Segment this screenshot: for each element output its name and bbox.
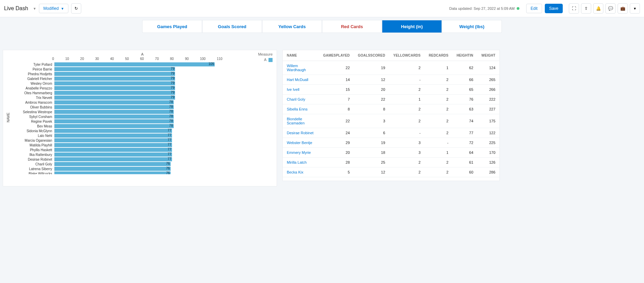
bar-row[interactable]: Sidonia McGlynn77 xyxy=(12,128,273,133)
table-row[interactable]: Blondelle Scamaden2232274175 xyxy=(283,114,499,128)
cell-value: 265 xyxy=(477,75,499,85)
bar-row[interactable]: Desirae Robinet77 xyxy=(12,157,273,162)
tab-goals-scored[interactable]: Goals Scored xyxy=(202,20,262,33)
bar-row[interactable]: Lalo Nehl77 xyxy=(12,133,273,138)
col-name[interactable]: NAME xyxy=(283,50,319,61)
save-button[interactable]: Save xyxy=(545,4,563,13)
bar-label: Wesley Orrom xyxy=(12,82,54,85)
bar-row[interactable]: Oliver Bubbins78 xyxy=(12,105,273,109)
cell-value: 175 xyxy=(477,114,499,128)
cell-value: 2 xyxy=(389,104,425,114)
briefcase-icon[interactable]: 💼 xyxy=(618,3,628,14)
bar-row[interactable]: Anabelle Perazzo79 xyxy=(12,86,273,90)
cell-name: Becka Kix xyxy=(283,167,319,177)
cell-value: 5 xyxy=(319,167,354,177)
bar-track: 78 xyxy=(54,110,222,114)
bar-row[interactable]: Charil Goly76 xyxy=(12,162,273,166)
toolbar-icons: ⛶ ⇪ 🔔 💬 💼 ▾ xyxy=(569,3,640,14)
cell-value: 24 xyxy=(354,177,389,181)
tab-yellow-cards[interactable]: Yellow Cards xyxy=(262,20,322,33)
bell-icon[interactable]: 🔔 xyxy=(593,3,603,14)
bar-row[interactable]: Latrena Siberry76 xyxy=(12,166,273,171)
table-row[interactable]: Charil Goly7221276222 xyxy=(283,95,499,104)
col-goalsscored[interactable]: GOALSSCORED xyxy=(354,50,389,61)
cell-value: 72 xyxy=(452,138,477,148)
table-row[interactable]: Peirce Barrie12241179245 xyxy=(283,177,499,181)
bar-row[interactable]: Phyllis Haskett77 xyxy=(12,147,273,152)
table-row[interactable]: Sibella Enns882263227 xyxy=(283,104,499,114)
bar-label: Otes Hammarberg xyxy=(12,91,54,95)
bar-value: 79 xyxy=(171,76,174,80)
col-yellowcards[interactable]: YELLOWCARDS xyxy=(389,50,425,61)
cell-value: 2 xyxy=(389,114,425,128)
title-dropdown-icon[interactable]: ▼ xyxy=(33,7,36,11)
bar-fill: 79 xyxy=(55,91,175,95)
bar-row[interactable]: Selestina Westrope78 xyxy=(12,109,273,114)
refresh-button[interactable]: ↻ xyxy=(71,3,81,14)
share-icon[interactable]: ⇪ xyxy=(581,3,591,14)
edit-button[interactable]: Edit xyxy=(526,4,542,13)
bar-fill: 78 xyxy=(55,124,174,128)
col-heightin[interactable]: HEIGHTIN xyxy=(452,50,477,61)
bar-label: Ambros Hanscom xyxy=(12,101,54,104)
bar-row[interactable]: Tyler Pollard105 xyxy=(12,62,273,67)
table-row[interactable]: Mirilla Latch28252261126 xyxy=(283,158,499,167)
bar-row[interactable]: Ilka Rattenbury77 xyxy=(12,152,273,157)
cell-value: 79 xyxy=(452,177,477,181)
col-weight[interactable]: WEIGHT xyxy=(477,50,499,61)
more-dropdown-icon[interactable]: ▾ xyxy=(630,3,640,14)
modified-dropdown[interactable]: Modified ▼ xyxy=(39,4,68,13)
bar-track: 77 xyxy=(54,148,222,152)
col-redcards[interactable]: REDCARDS xyxy=(425,50,452,61)
bar-fill: 79 xyxy=(55,67,175,71)
table-row[interactable]: Desirae Robinet246-277122 xyxy=(283,128,499,138)
tab-height-in-[interactable]: Height (in) xyxy=(382,20,442,33)
bar-fill: 79 xyxy=(55,72,175,76)
bar-track: 78 xyxy=(54,100,222,104)
bar-row[interactable]: Peirce Barrie79 xyxy=(12,67,273,72)
bar-row[interactable]: Wesley Orrom79 xyxy=(12,81,273,86)
table-row[interactable]: Webster Bentje29193-72225 xyxy=(283,138,499,148)
tab-red-cards[interactable]: Red Cards xyxy=(322,20,382,33)
col-gamesplayed[interactable]: GAMESPLAYED xyxy=(319,50,354,61)
cell-value: 60 xyxy=(452,167,477,177)
table-row[interactable]: Becka Kix5122260286 xyxy=(283,167,499,177)
bar-value: 77 xyxy=(168,143,171,146)
table-row[interactable]: Ive Ivell15202265266 xyxy=(283,85,499,95)
bar-row[interactable]: Gabriell Fletcher79 xyxy=(12,76,273,81)
data-table-panel[interactable]: NAMEGAMESPLAYEDGOALSSCOREDYELLOWCARDSRED… xyxy=(282,50,500,181)
table-row[interactable]: Willem Wardhaugh22192162124 xyxy=(283,61,499,75)
bar-row[interactable]: Trix Nevett79 xyxy=(12,95,273,100)
cell-value: 1 xyxy=(425,148,452,158)
bar-value: 76 xyxy=(166,162,170,165)
table-row[interactable]: Hart McDuall1412-266265 xyxy=(283,75,499,85)
cell-value: 1 xyxy=(425,177,452,181)
x-tick: 80 xyxy=(170,57,174,61)
table-row[interactable]: Emmery Myrie20183164170 xyxy=(283,148,499,158)
fullscreen-icon[interactable]: ⛶ xyxy=(569,3,579,14)
cell-value: 3 xyxy=(389,138,425,148)
bar-label: Ilka Rattenbury xyxy=(12,153,54,157)
bar-row[interactable]: Blake Willcocks76 xyxy=(12,171,273,174)
bar-row[interactable]: Matilda Playhill77 xyxy=(12,143,273,147)
bar-row[interactable]: Regine Pavek78 xyxy=(12,119,273,124)
tab-games-played[interactable]: Games Played xyxy=(142,20,202,33)
bar-row[interactable]: Phedra Hodjetts79 xyxy=(12,72,273,76)
bar-row[interactable]: Sybyl Corsham78 xyxy=(12,114,273,119)
bar-track: 77 xyxy=(54,129,222,133)
chevron-down-icon: ▼ xyxy=(61,7,64,11)
bar-label: Lalo Nehl xyxy=(12,134,54,138)
cell-value: 222 xyxy=(477,95,499,104)
cell-value: 1 xyxy=(389,177,425,181)
bar-row[interactable]: Otes Hammarberg79 xyxy=(12,90,273,95)
bar-row[interactable]: Bev Meas78 xyxy=(12,124,273,128)
cell-value: 28 xyxy=(319,158,354,167)
tab-weight-lbs-[interactable]: Weight (lbs) xyxy=(442,20,502,33)
bar-fill: 79 xyxy=(55,81,175,85)
cell-value: 3 xyxy=(389,148,425,158)
chat-icon[interactable]: 💬 xyxy=(605,3,616,14)
cell-value: 286 xyxy=(477,167,499,177)
cell-name: Mirilla Latch xyxy=(283,158,319,167)
bar-row[interactable]: Ambros Hanscom78 xyxy=(12,100,273,105)
bar-row[interactable]: Marcia Oganesian77 xyxy=(12,138,273,143)
